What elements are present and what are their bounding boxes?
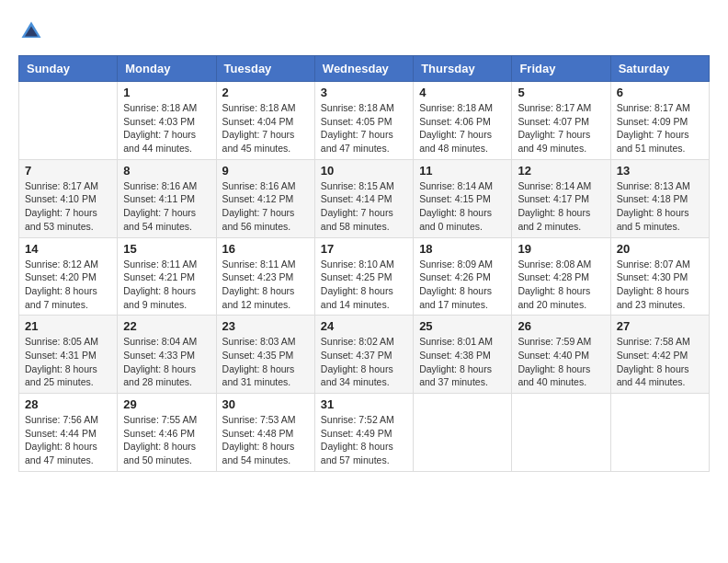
calendar-week-row: 1Sunrise: 8:18 AMSunset: 4:03 PMDaylight… bbox=[19, 82, 710, 160]
day-number: 28 bbox=[25, 397, 111, 411]
calendar-cell: 11Sunrise: 8:14 AMSunset: 4:15 PMDayligh… bbox=[414, 159, 512, 237]
day-number: 25 bbox=[419, 319, 506, 333]
day-of-week-header: Wednesday bbox=[314, 56, 413, 82]
day-number: 9 bbox=[222, 164, 309, 178]
calendar-cell: 13Sunrise: 8:13 AMSunset: 4:18 PMDayligh… bbox=[610, 159, 709, 237]
day-info: Sunrise: 8:09 AMSunset: 4:26 PMDaylight:… bbox=[419, 258, 506, 312]
day-info: Sunrise: 7:58 AMSunset: 4:42 PMDaylight:… bbox=[617, 335, 703, 389]
calendar-cell: 1Sunrise: 8:18 AMSunset: 4:03 PMDaylight… bbox=[118, 82, 216, 160]
day-info: Sunrise: 8:01 AMSunset: 4:38 PMDaylight:… bbox=[419, 335, 506, 389]
day-info: Sunrise: 8:02 AMSunset: 4:37 PMDaylight:… bbox=[321, 335, 407, 389]
day-number: 1 bbox=[123, 86, 210, 99]
day-info: Sunrise: 7:52 AMSunset: 4:49 PMDaylight:… bbox=[321, 413, 407, 467]
day-number: 14 bbox=[25, 242, 111, 256]
calendar-cell: 9Sunrise: 8:16 AMSunset: 4:12 PMDaylight… bbox=[216, 159, 314, 237]
logo bbox=[18, 18, 48, 44]
calendar-cell: 17Sunrise: 8:10 AMSunset: 4:25 PMDayligh… bbox=[314, 237, 413, 316]
day-number: 17 bbox=[321, 242, 407, 256]
day-info: Sunrise: 7:55 AMSunset: 4:46 PMDaylight:… bbox=[123, 413, 210, 467]
calendar-cell: 6Sunrise: 8:17 AMSunset: 4:09 PMDaylight… bbox=[610, 82, 709, 160]
day-info: Sunrise: 8:16 AMSunset: 4:11 PMDaylight:… bbox=[123, 179, 210, 234]
day-number: 19 bbox=[518, 242, 604, 256]
day-number: 24 bbox=[321, 319, 407, 333]
day-info: Sunrise: 8:14 AMSunset: 4:15 PMDaylight:… bbox=[419, 179, 506, 234]
calendar-week-row: 21Sunrise: 8:05 AMSunset: 4:31 PMDayligh… bbox=[19, 316, 710, 394]
day-number: 21 bbox=[25, 319, 111, 333]
calendar-cell: 5Sunrise: 8:17 AMSunset: 4:07 PMDaylight… bbox=[512, 82, 610, 160]
calendar-cell: 22Sunrise: 8:04 AMSunset: 4:33 PMDayligh… bbox=[118, 316, 216, 394]
calendar-cell: 7Sunrise: 8:17 AMSunset: 4:10 PMDaylight… bbox=[19, 159, 118, 237]
day-number: 29 bbox=[123, 397, 210, 411]
calendar-cell: 3Sunrise: 8:18 AMSunset: 4:05 PMDaylight… bbox=[314, 82, 413, 160]
day-info: Sunrise: 7:53 AMSunset: 4:48 PMDaylight:… bbox=[222, 413, 309, 467]
day-number: 31 bbox=[321, 397, 407, 411]
calendar-week-row: 7Sunrise: 8:17 AMSunset: 4:10 PMDaylight… bbox=[19, 159, 710, 237]
day-number: 4 bbox=[419, 86, 506, 99]
calendar-cell: 31Sunrise: 7:52 AMSunset: 4:49 PMDayligh… bbox=[314, 394, 413, 472]
calendar-cell: 23Sunrise: 8:03 AMSunset: 4:35 PMDayligh… bbox=[216, 316, 314, 394]
day-number: 12 bbox=[518, 164, 604, 178]
calendar-week-row: 28Sunrise: 7:56 AMSunset: 4:44 PMDayligh… bbox=[19, 394, 710, 472]
day-number: 5 bbox=[518, 86, 604, 99]
day-info: Sunrise: 8:03 AMSunset: 4:35 PMDaylight:… bbox=[222, 335, 309, 389]
day-info: Sunrise: 8:18 AMSunset: 4:05 PMDaylight:… bbox=[321, 101, 407, 155]
day-number: 10 bbox=[321, 164, 407, 178]
calendar-cell: 28Sunrise: 7:56 AMSunset: 4:44 PMDayligh… bbox=[19, 394, 118, 472]
calendar-cell: 24Sunrise: 8:02 AMSunset: 4:37 PMDayligh… bbox=[314, 316, 413, 394]
calendar-week-row: 14Sunrise: 8:12 AMSunset: 4:20 PMDayligh… bbox=[19, 237, 710, 316]
logo-icon bbox=[18, 18, 44, 44]
day-number: 2 bbox=[222, 86, 309, 99]
day-number: 26 bbox=[518, 319, 604, 333]
calendar-cell: 12Sunrise: 8:14 AMSunset: 4:17 PMDayligh… bbox=[512, 159, 610, 237]
day-number: 22 bbox=[123, 319, 210, 333]
day-info: Sunrise: 7:56 AMSunset: 4:44 PMDaylight:… bbox=[25, 413, 111, 467]
day-of-week-header: Saturday bbox=[610, 56, 709, 82]
calendar-cell: 4Sunrise: 8:18 AMSunset: 4:06 PMDaylight… bbox=[414, 82, 512, 160]
calendar-cell: 27Sunrise: 7:58 AMSunset: 4:42 PMDayligh… bbox=[610, 316, 709, 394]
calendar-cell bbox=[414, 394, 512, 472]
calendar-cell bbox=[19, 82, 118, 160]
calendar-cell: 15Sunrise: 8:11 AMSunset: 4:21 PMDayligh… bbox=[118, 237, 216, 316]
day-number: 18 bbox=[419, 242, 506, 256]
day-of-week-header: Monday bbox=[118, 56, 216, 82]
day-info: Sunrise: 8:17 AMSunset: 4:07 PMDaylight:… bbox=[518, 101, 604, 155]
day-of-week-header: Tuesday bbox=[216, 56, 314, 82]
day-number: 3 bbox=[321, 86, 407, 99]
page-header bbox=[18, 18, 710, 44]
calendar-cell bbox=[512, 394, 610, 472]
day-info: Sunrise: 8:17 AMSunset: 4:09 PMDaylight:… bbox=[617, 101, 703, 155]
day-info: Sunrise: 8:10 AMSunset: 4:25 PMDaylight:… bbox=[321, 258, 407, 312]
calendar-cell bbox=[610, 394, 709, 472]
day-info: Sunrise: 8:18 AMSunset: 4:04 PMDaylight:… bbox=[222, 101, 309, 155]
day-info: Sunrise: 8:15 AMSunset: 4:14 PMDaylight:… bbox=[321, 179, 407, 234]
calendar-cell: 18Sunrise: 8:09 AMSunset: 4:26 PMDayligh… bbox=[414, 237, 512, 316]
day-info: Sunrise: 8:08 AMSunset: 4:28 PMDaylight:… bbox=[518, 258, 604, 312]
calendar-cell: 2Sunrise: 8:18 AMSunset: 4:04 PMDaylight… bbox=[216, 82, 314, 160]
calendar-cell: 10Sunrise: 8:15 AMSunset: 4:14 PMDayligh… bbox=[314, 159, 413, 237]
calendar-cell: 20Sunrise: 8:07 AMSunset: 4:30 PMDayligh… bbox=[610, 237, 709, 316]
day-info: Sunrise: 8:04 AMSunset: 4:33 PMDaylight:… bbox=[123, 335, 210, 389]
day-number: 7 bbox=[25, 164, 111, 178]
calendar-cell: 14Sunrise: 8:12 AMSunset: 4:20 PMDayligh… bbox=[19, 237, 118, 316]
day-info: Sunrise: 8:11 AMSunset: 4:23 PMDaylight:… bbox=[222, 258, 309, 312]
calendar-cell: 29Sunrise: 7:55 AMSunset: 4:46 PMDayligh… bbox=[118, 394, 216, 472]
day-info: Sunrise: 8:17 AMSunset: 4:10 PMDaylight:… bbox=[25, 179, 111, 234]
day-number: 13 bbox=[617, 164, 703, 178]
calendar-cell: 25Sunrise: 8:01 AMSunset: 4:38 PMDayligh… bbox=[414, 316, 512, 394]
calendar-table: SundayMondayTuesdayWednesdayThursdayFrid… bbox=[18, 55, 710, 472]
day-info: Sunrise: 8:11 AMSunset: 4:21 PMDaylight:… bbox=[123, 258, 210, 312]
day-number: 8 bbox=[123, 164, 210, 178]
day-of-week-header: Friday bbox=[512, 56, 610, 82]
day-number: 15 bbox=[123, 242, 210, 256]
day-of-week-header: Sunday bbox=[19, 56, 118, 82]
day-info: Sunrise: 7:59 AMSunset: 4:40 PMDaylight:… bbox=[518, 335, 604, 389]
day-info: Sunrise: 8:16 AMSunset: 4:12 PMDaylight:… bbox=[222, 179, 309, 234]
calendar-cell: 16Sunrise: 8:11 AMSunset: 4:23 PMDayligh… bbox=[216, 237, 314, 316]
calendar-cell: 30Sunrise: 7:53 AMSunset: 4:48 PMDayligh… bbox=[216, 394, 314, 472]
day-number: 23 bbox=[222, 319, 309, 333]
day-number: 30 bbox=[222, 397, 309, 411]
calendar-cell: 26Sunrise: 7:59 AMSunset: 4:40 PMDayligh… bbox=[512, 316, 610, 394]
day-info: Sunrise: 8:14 AMSunset: 4:17 PMDaylight:… bbox=[518, 179, 604, 234]
day-number: 20 bbox=[617, 242, 703, 256]
day-info: Sunrise: 8:18 AMSunset: 4:03 PMDaylight:… bbox=[123, 101, 210, 155]
